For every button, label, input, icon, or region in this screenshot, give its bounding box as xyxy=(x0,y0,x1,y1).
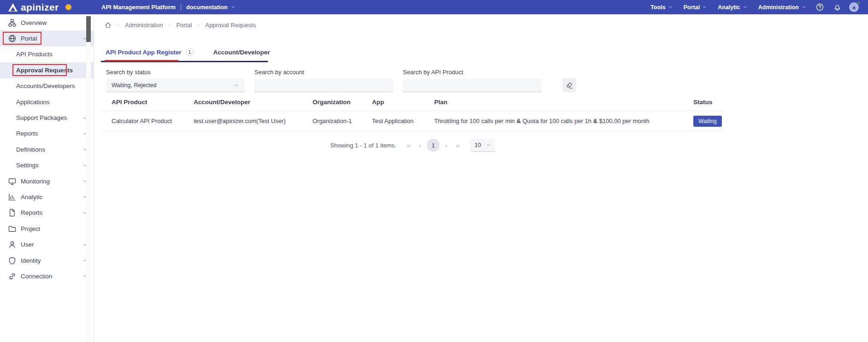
account-filter-input[interactable] xyxy=(254,79,393,92)
status-filter-label: Search by status xyxy=(106,69,245,75)
breadcrumb-portal[interactable]: Portal xyxy=(176,22,192,29)
environment-status-dot xyxy=(65,4,71,10)
sidebar-item-monitoring[interactable]: Monitoring xyxy=(0,173,94,189)
status-badge: Waiting xyxy=(693,116,722,127)
tab-bar: API Product App Register 1 Account/Devel… xyxy=(101,42,341,62)
content-area: API Product App Register 1 Account/Devel… xyxy=(94,42,724,154)
main-content: Administration Portal Approval Requests … xyxy=(94,14,868,342)
pagination-summary: Showing 1 - 1 of 1 items. xyxy=(330,142,396,149)
sidebar-item-label: Overview xyxy=(21,19,47,26)
sidebar-item-analytic[interactable]: Analytic xyxy=(0,189,94,205)
breadcrumb: Administration Portal Approval Requests xyxy=(94,14,868,35)
sidebar-item-user[interactable]: User xyxy=(0,236,94,252)
sidebar-item-identity[interactable]: Identity xyxy=(0,253,94,268)
file-icon xyxy=(8,209,16,217)
filter-bar: Search by status Waiting, Rejected Searc… xyxy=(101,69,724,92)
sidebar-item-support-packages[interactable]: Support Packages xyxy=(0,110,94,125)
topbar-menu-portal[interactable]: Portal xyxy=(684,4,707,11)
topbar-menu-tools[interactable]: Tools xyxy=(650,4,673,11)
sidebar-item-reports[interactable]: Reports xyxy=(0,205,94,221)
notifications-bell-icon[interactable] xyxy=(833,3,841,11)
sidebar-scrollbar-track[interactable] xyxy=(86,16,91,340)
topbar-menu-label: Tools xyxy=(650,4,665,11)
sidebar-item-label: User xyxy=(21,241,34,248)
product-filter-label: Search by API Product xyxy=(403,69,542,75)
chevron-down-icon xyxy=(668,5,673,10)
sitemap-icon xyxy=(8,19,16,27)
chevron-down-icon xyxy=(743,5,748,10)
topbar-menu-analytic[interactable]: Analytic xyxy=(718,4,748,11)
sidebar-item-label: Accounts/Developers xyxy=(16,83,75,89)
monitor-icon xyxy=(8,177,16,185)
sidebar-item-label: Approval Requests xyxy=(16,67,73,74)
chevron-down-icon xyxy=(234,83,239,88)
sidebar-item-label: Settings xyxy=(16,162,39,169)
prev-page-button[interactable]: ‹ xyxy=(415,142,425,149)
sidebar-item-connection[interactable]: Connection xyxy=(0,268,94,284)
cell-plan: Throttling for 100 calls per min & Quota… xyxy=(434,118,693,124)
sidebar-item-overview[interactable]: Overview xyxy=(0,15,94,30)
chevron-down-icon xyxy=(702,5,707,10)
sidebar-item-applications[interactable]: Applications xyxy=(0,94,94,110)
cell-account-developer: test.user@apinizer.com(Test User) xyxy=(194,118,313,124)
topbar-menus: ToolsPortalAnalyticAdministration xyxy=(640,4,806,11)
tab-label: API Product App Register xyxy=(106,49,182,56)
first-page-button[interactable]: « xyxy=(402,142,414,149)
home-icon[interactable] xyxy=(105,22,112,29)
page-size-select[interactable]: 10 xyxy=(470,139,495,152)
project-selector[interactable]: documentation xyxy=(186,4,236,11)
account-filter-label: Search by account xyxy=(254,69,393,75)
status-filter-group: Search by status Waiting, Rejected xyxy=(106,69,245,92)
sidebar-item-reports[interactable]: Reports xyxy=(0,126,94,142)
shield-icon xyxy=(8,257,16,265)
sidebar-item-project[interactable]: Project xyxy=(0,221,94,236)
cell-app: Test Application xyxy=(372,118,434,124)
sidebar-scrollbar-thumb[interactable] xyxy=(86,16,91,42)
online-status-dot xyxy=(857,1,860,5)
column-header-api-product: API Product xyxy=(112,99,194,106)
approval-requests-table: API Product Account/Developer Organizati… xyxy=(101,93,724,131)
sidebar-item-approval-requests[interactable]: Approval Requests xyxy=(0,62,94,78)
sidebar-item-api-products[interactable]: API Products xyxy=(0,47,94,62)
clear-filters-button[interactable] xyxy=(562,78,576,92)
help-icon[interactable] xyxy=(816,3,824,11)
chevron-down-icon xyxy=(801,5,806,10)
table-body: Calculator API Producttest.user@apinizer… xyxy=(101,111,724,131)
product-filter-input[interactable] xyxy=(403,79,542,92)
sidebar-item-label: Support Packages xyxy=(16,114,67,121)
topbar-right: ToolsPortalAnalyticAdministration a xyxy=(640,2,868,12)
sidebar-item-portal[interactable]: Portal xyxy=(0,30,94,46)
topbar-menu-administration[interactable]: Administration xyxy=(758,4,806,11)
topbar-menu-label: Portal xyxy=(684,4,700,11)
sidebar: OverviewPortalAPI ProductsApproval Reque… xyxy=(0,14,94,342)
status-filter-value: Waiting, Rejected xyxy=(112,82,157,88)
folder-icon xyxy=(8,225,16,233)
sidebar-item-settings[interactable]: Settings xyxy=(0,158,94,173)
status-filter-select[interactable]: Waiting, Rejected xyxy=(106,79,245,92)
chart-icon xyxy=(8,193,16,201)
breadcrumb-approval-requests[interactable]: Approval Requests xyxy=(205,22,256,29)
avatar-letter: a xyxy=(852,5,855,10)
topbar: apinizer API Management Platform documen… xyxy=(0,0,868,14)
chevron-down-icon xyxy=(486,142,491,147)
chevron-right-icon xyxy=(116,23,120,27)
sidebar-nav: OverviewPortalAPI ProductsApproval Reque… xyxy=(0,14,94,284)
last-page-button[interactable]: » xyxy=(452,142,464,149)
pagination: Showing 1 - 1 of 1 items. « ‹ 1 › » 10 xyxy=(101,136,724,154)
tab-api-product-app-register[interactable]: API Product App Register 1 xyxy=(101,42,201,62)
tab-account-developer[interactable]: Account/Developer xyxy=(201,42,283,62)
sidebar-item-label: Portal xyxy=(21,35,37,42)
sidebar-item-definitions[interactable]: Definitions xyxy=(0,142,94,157)
sidebar-item-label: Monitoring xyxy=(21,178,50,185)
next-page-button[interactable]: › xyxy=(441,142,452,149)
page-1-button[interactable]: 1 xyxy=(427,139,440,152)
logo[interactable]: apinizer xyxy=(0,2,94,12)
user-avatar[interactable]: a xyxy=(849,2,859,12)
breadcrumb-administration[interactable]: Administration xyxy=(125,22,163,29)
platform-title: API Management Platform xyxy=(101,4,176,11)
tab-count-badge: 1 xyxy=(186,48,194,56)
chevron-right-icon xyxy=(167,23,171,27)
table-row[interactable]: Calculator API Producttest.user@apinizer… xyxy=(101,111,724,131)
sidebar-item-label: Project xyxy=(21,225,40,232)
sidebar-item-accounts-developers[interactable]: Accounts/Developers xyxy=(0,78,94,94)
